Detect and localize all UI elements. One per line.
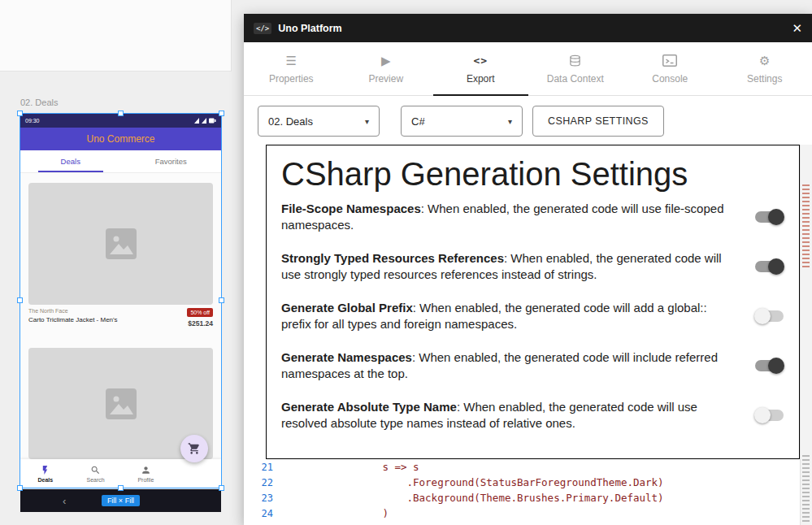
code-text: .Background(Theme.Brushes.Primary.Defaul…: [284, 492, 664, 504]
status-bar: 09:30: [20, 114, 221, 128]
chevron-left-icon[interactable]: ‹: [63, 495, 66, 507]
tab-label: Export: [467, 73, 495, 85]
tab-label: Settings: [747, 73, 782, 85]
phone-frame[interactable]: 09:30 Uno Commerce Deals Favorites: [20, 114, 221, 488]
nav-item-profile: Profile: [121, 459, 172, 488]
modal-title: CSharp Generation Settings: [281, 155, 784, 193]
close-icon[interactable]: ✕: [792, 21, 802, 36]
setting-text: File-Scope Namespaces: When enabled, the…: [281, 201, 736, 233]
app-title: Uno Commerce: [86, 133, 154, 145]
page-select-value: 02. Deals: [268, 115, 313, 128]
toggle-generate-absolute-type-name[interactable]: [754, 407, 784, 423]
nav-label: Search: [87, 477, 105, 483]
export-toolbar: 02. Deals ▾ C# ▾ CSHARP SETTINGS: [258, 106, 664, 137]
minimap-red-marks: [802, 184, 810, 270]
canvas-background-block: [0, 0, 232, 72]
code-text: .Foreground(StatusBarForegroundTheme.Dar…: [284, 476, 664, 488]
toggle-generate-global-prefix[interactable]: [754, 308, 784, 324]
product-card: [28, 183, 213, 305]
line-number: 21: [244, 462, 273, 473]
tab-data-context[interactable]: Data Context: [528, 42, 623, 95]
csharp-settings-button[interactable]: CSHARP SETTINGS: [532, 106, 664, 137]
code-editor: 21 s => s 22 .Foreground(StatusBarForegr…: [244, 459, 801, 525]
play-icon: ▶: [381, 54, 391, 68]
nav-label: Deals: [38, 477, 54, 483]
tab-console[interactable]: Console: [623, 42, 718, 95]
language-select-dropdown[interactable]: C# ▾: [401, 106, 523, 137]
product-text: The North Face Carto Triclimate Jacket -…: [28, 308, 118, 344]
code-icon: <>: [473, 54, 488, 68]
layout-footer-bar: ‹ Fill × Fill: [20, 489, 221, 512]
signal-wifi-battery-icon: [193, 117, 216, 124]
tab-properties[interactable]: ☰ Properties: [244, 42, 339, 95]
shop-tab-deals: Deals: [20, 150, 121, 172]
lightning-icon: [40, 465, 50, 475]
tab-settings[interactable]: ⚙ Settings: [718, 42, 812, 95]
setting-name: File-Scope Namespaces: [281, 202, 421, 215]
fill-size-badge[interactable]: Fill × Fill: [102, 495, 140, 506]
product-price: $251.24: [188, 319, 213, 328]
setting-text: Strongly Typed Resources References: Whe…: [281, 250, 736, 283]
product-brand: The North Face: [28, 308, 118, 314]
switch-thumb: [768, 258, 784, 275]
csharp-settings-modal: CSharp Generation Settings File-Scope Na…: [266, 145, 800, 459]
tab-label: Data Context: [547, 73, 604, 85]
setting-row: File-Scope Namespaces: When enabled, the…: [281, 201, 784, 233]
code-line: 21 s => s: [244, 459, 801, 475]
cart-icon: [188, 442, 201, 455]
setting-name: Strongly Typed Resources References: [281, 251, 504, 265]
setting-name: Generate Global Prefix: [281, 301, 413, 315]
uno-logo-icon: </>: [254, 23, 271, 34]
toggle-file-scope-namespaces[interactable]: [754, 209, 784, 225]
image-placeholder-icon: [102, 225, 140, 262]
code-line: 22 .Foreground(StatusBarForegroundTheme.…: [244, 475, 801, 490]
code-line: 25 Resources: [244, 521, 801, 525]
panel-header: </> Uno Platform ✕: [244, 14, 812, 42]
code-line: 23 .Background(Theme.Brushes.Primary.Def…: [244, 490, 801, 505]
code-text: ): [284, 507, 389, 519]
editor-scrollbar[interactable]: [800, 145, 812, 525]
chevron-down-icon: ▾: [365, 117, 369, 126]
discount-badge: 50% off: [187, 308, 213, 317]
image-placeholder-icon: [102, 385, 140, 423]
bottom-nav: Deals Search Profile: [20, 459, 221, 488]
setting-row: Generate Absolute Type Name: When enable…: [281, 399, 784, 432]
search-icon: [90, 465, 101, 475]
toggle-generate-namespaces[interactable]: [754, 358, 784, 374]
panel-title: Uno Platform: [278, 23, 341, 34]
tab-preview[interactable]: ▶ Preview: [339, 42, 434, 95]
switch-thumb: [754, 308, 771, 324]
console-icon: [662, 54, 677, 68]
line-number: 22: [244, 477, 273, 488]
setting-row: Generate Global Prefix: When enabled, th…: [281, 300, 784, 332]
tab-label: Console: [652, 73, 688, 85]
nav-item-search: Search: [71, 459, 121, 488]
tab-label: Properties: [269, 73, 314, 85]
uno-platform-panel: </> Uno Platform ✕ ☰ Properties ▶ Previe…: [244, 14, 812, 525]
status-time: 09:30: [25, 118, 40, 124]
setting-text: Generate Global Prefix: When enabled, th…: [281, 300, 736, 332]
nav-item-deals: Deals: [20, 459, 71, 488]
app-bar: Uno Commerce: [20, 128, 221, 150]
switch-thumb: [754, 407, 771, 423]
shop-tabs: Deals Favorites: [20, 150, 221, 173]
setting-name: Generate Namespaces: [281, 350, 412, 364]
switch-thumb: [768, 209, 784, 225]
profile-icon: [141, 465, 151, 475]
setting-text: Generate Absolute Type Name: When enable…: [281, 399, 736, 432]
design-canvas: 02. Deals 09:30 Uno Commerce Deals Favor…: [0, 0, 812, 525]
line-number: 24: [244, 508, 273, 519]
language-select-value: C#: [411, 115, 425, 128]
database-icon: [569, 54, 581, 68]
setting-row: Generate Namespaces: When enabled, the g…: [281, 349, 784, 382]
product-name: Carto Triclimate Jacket - Men's: [28, 316, 118, 323]
artboard-label[interactable]: 02. Deals: [20, 98, 58, 107]
tab-label: Preview: [368, 73, 403, 85]
nav-item-spacer: [171, 459, 221, 488]
tab-export[interactable]: <> Export: [433, 42, 528, 95]
minimap-gray-marks: [802, 455, 810, 524]
phone-content: The North Face Carto Triclimate Jacket -…: [20, 173, 221, 459]
chevron-down-icon: ▾: [508, 117, 512, 126]
toggle-strongly-typed-resources[interactable]: [754, 258, 784, 275]
page-select-dropdown[interactable]: 02. Deals ▾: [258, 106, 380, 137]
